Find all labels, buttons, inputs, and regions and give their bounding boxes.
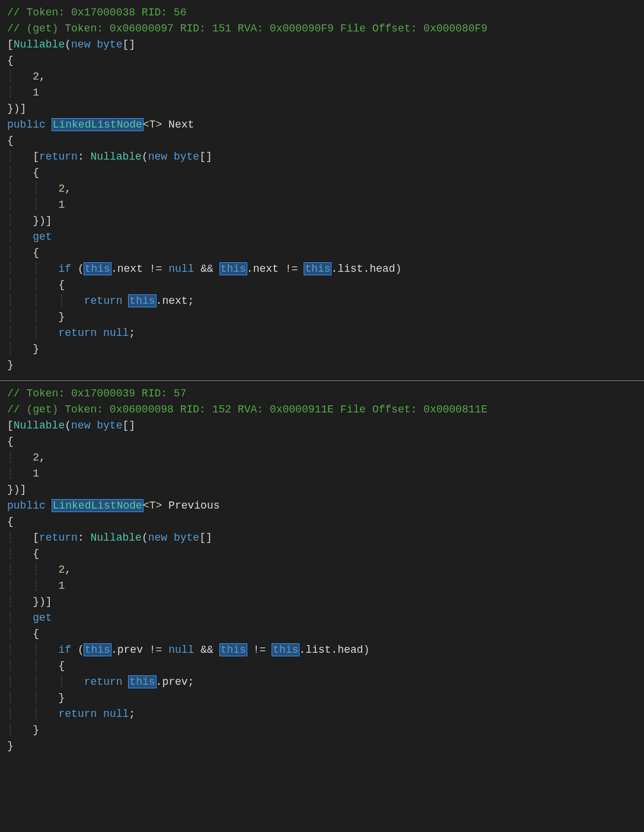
code-line: ┊ ┊ ┊ return this.prev; <box>7 674 637 690</box>
keyword-new: new <box>71 39 90 50</box>
code-line: ┊ ┊ 1 <box>7 197 637 213</box>
code-line: ┊ 2, <box>7 450 637 466</box>
code-line: ┊ ┊ } <box>7 309 637 325</box>
keyword-new: new <box>148 151 167 163</box>
literal: 2 <box>58 183 65 195</box>
keyword-public: public <box>7 500 46 512</box>
attribute-name: Nullable <box>90 532 141 544</box>
member-next: next <box>253 263 279 275</box>
literal: 1 <box>58 199 65 211</box>
type-param: T <box>149 500 156 512</box>
code-line: ┊ { <box>7 165 637 181</box>
type-byte: byte <box>174 532 199 544</box>
keyword-new: new <box>148 532 167 544</box>
type-linkedlistnode: LinkedListNode <box>52 119 143 131</box>
code-line: ┊ get <box>7 229 637 245</box>
keyword-this: this <box>220 263 247 275</box>
code-line: ┊ [return: Nullable(new byte[] <box>7 149 637 165</box>
code-line: ┊ ┊ 2, <box>7 562 637 578</box>
code-line: ┊ 1 <box>7 85 637 101</box>
code-line: ┊ ┊ 2, <box>7 181 637 197</box>
comment: // Token: 0x17000038 RID: 56 <box>7 7 186 18</box>
code-line: ┊ ┊ if (this.prev != null && this != thi… <box>7 642 637 658</box>
type-byte: byte <box>97 39 122 50</box>
keyword-public: public <box>7 119 46 131</box>
comment: // (get) Token: 0x06000098 RID: 152 RVA:… <box>7 404 487 415</box>
comment: // (get) Token: 0x06000097 RID: 151 RVA:… <box>7 23 487 34</box>
code-line: })] <box>7 482 637 498</box>
keyword-return: return <box>84 295 123 307</box>
code-line: ┊ ┊ if (this.next != null && this.next !… <box>7 261 637 277</box>
property-name: Previous <box>168 500 219 512</box>
attribute-name: Nullable <box>14 39 65 50</box>
keyword-if: if <box>58 644 71 656</box>
code-line: { <box>7 133 637 149</box>
keyword-new: new <box>71 420 90 431</box>
code-line: ┊ } <box>7 341 637 357</box>
code-line: // Token: 0x17000039 RID: 57 <box>7 386 637 402</box>
keyword-get: get <box>33 612 52 624</box>
keyword-return: return <box>84 676 123 688</box>
code-line: [Nullable(new byte[] <box>7 37 637 53</box>
code-line: ┊ ┊ { <box>7 658 637 674</box>
keyword-if: if <box>58 263 71 275</box>
code-line: ┊ 1 <box>7 466 637 482</box>
code-line: // Token: 0x17000038 RID: 56 <box>7 5 637 21</box>
code-pane-next[interactable]: // Token: 0x17000038 RID: 56 // (get) To… <box>0 0 644 381</box>
member-prev: prev <box>162 676 187 688</box>
type-linkedlistnode: LinkedListNode <box>52 500 143 512</box>
keyword-null: null <box>103 708 129 720</box>
code-line: { <box>7 434 637 450</box>
code-line: [Nullable(new byte[] <box>7 418 637 434</box>
code-line: ┊ { <box>7 245 637 261</box>
keyword-return: return <box>58 327 97 339</box>
comment: // Token: 0x17000039 RID: 57 <box>7 388 186 399</box>
code-line: public LinkedListNode<T> Next <box>7 117 637 133</box>
keyword-this: this <box>129 295 155 307</box>
member-next: next <box>117 263 143 275</box>
code-line: ┊ ┊ return null; <box>7 706 637 722</box>
keyword-this: this <box>84 263 111 275</box>
code-line: ┊ ┊ ┊ return this.next; <box>7 293 637 309</box>
code-line: { <box>7 514 637 530</box>
member-head: head <box>337 644 363 656</box>
code-line: ┊ } <box>7 722 637 738</box>
member-prev: prev <box>117 644 143 656</box>
attribute-name: Nullable <box>90 151 141 163</box>
code-pane-previous[interactable]: // Token: 0x17000039 RID: 57 // (get) To… <box>0 381 644 761</box>
code-line: ┊ { <box>7 546 637 562</box>
code-line: ┊ ┊ 1 <box>7 578 637 594</box>
code-line: ┊ })] <box>7 213 637 229</box>
code-line: ┊ ┊ return null; <box>7 325 637 341</box>
keyword-this: this <box>304 263 331 275</box>
code-line: { <box>7 53 637 69</box>
keyword-get: get <box>33 231 52 243</box>
property-name: Next <box>168 119 194 131</box>
code-line: // (get) Token: 0x06000098 RID: 152 RVA:… <box>7 402 637 418</box>
code-line: ┊ { <box>7 626 637 642</box>
operator-and: && <box>200 263 213 275</box>
member-list: list <box>337 263 363 275</box>
code-line: ┊ get <box>7 610 637 626</box>
literal: 2 <box>33 452 39 463</box>
operator-neq: != <box>149 263 162 275</box>
code-line: ┊ [return: Nullable(new byte[] <box>7 530 637 546</box>
code-line: // (get) Token: 0x06000097 RID: 151 RVA:… <box>7 21 637 37</box>
keyword-return: return <box>39 532 78 544</box>
keyword-return: return <box>58 708 97 720</box>
code-line: } <box>7 357 637 373</box>
member-next: next <box>162 295 187 307</box>
keyword-this: this <box>272 644 299 656</box>
code-line: ┊ })] <box>7 594 637 610</box>
code-line: } <box>7 738 637 754</box>
keyword-return: return <box>39 151 78 163</box>
code-line: public LinkedListNode<T> Previous <box>7 498 637 514</box>
literal: 1 <box>33 87 39 99</box>
member-head: head <box>369 263 395 275</box>
code-line: ┊ ┊ { <box>7 277 637 293</box>
literal: 1 <box>33 468 39 479</box>
array-brackets: [] <box>122 39 135 50</box>
literal: 2 <box>58 564 65 576</box>
literal: 1 <box>58 580 65 592</box>
type-byte: byte <box>174 151 199 163</box>
